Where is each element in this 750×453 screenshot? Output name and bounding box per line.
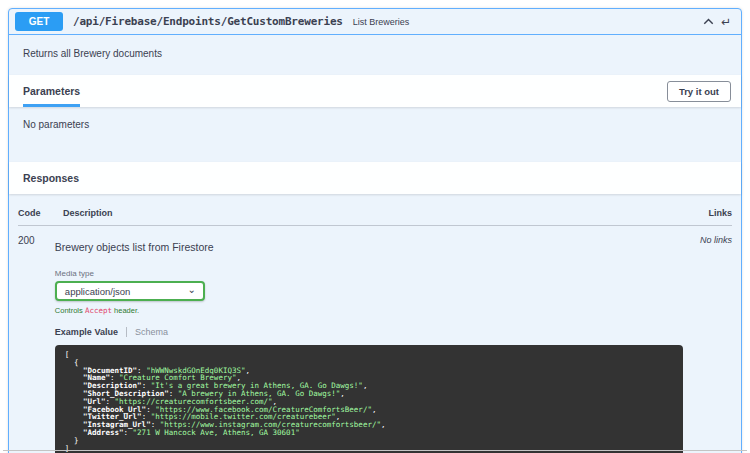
chevron-up-icon[interactable] (702, 15, 715, 28)
controls-accept-note: Controls Accept header. (55, 306, 683, 315)
header-icons: ↵ (702, 15, 731, 28)
responses-table-header: Code Description Links (18, 202, 732, 226)
accept-header-code: Accept (85, 306, 112, 315)
tab-schema[interactable]: Schema (127, 327, 176, 337)
example-json[interactable]: [ { "DocumentID": "hWWNwskdGOnEdq0KIQ3S"… (55, 345, 683, 453)
column-header-links: Links (672, 208, 732, 218)
column-header-code: Code (18, 208, 63, 218)
tab-parameters[interactable]: Parameters (23, 75, 80, 107)
section-divider (3, 450, 747, 451)
response-links: No links (683, 233, 732, 453)
spacer (9, 152, 741, 162)
chevron-down-icon: ⌄ (187, 284, 195, 295)
endpoint-summary: List Breweries (353, 17, 410, 27)
table-row: 200 Brewery objects list from Firestore … (18, 226, 732, 453)
responses-title: Responses (23, 162, 79, 194)
try-it-out-button[interactable]: Try it out (667, 81, 731, 102)
operation-description: Returns all Brewery documents (9, 35, 741, 75)
operation-block: GET /api/Firebase/Endpoints/GetCustomBre… (8, 8, 742, 453)
response-description: Brewery objects list from Firestore (55, 233, 683, 269)
response-code: 200 (18, 233, 55, 453)
response-description-cell: Brewery objects list from Firestore Medi… (55, 233, 683, 453)
media-type-selected-value: application/json (65, 286, 131, 297)
endpoint-path[interactable]: /api/Firebase/Endpoints/GetCustomBreweri… (73, 15, 343, 28)
responses-table: Code Description Links 200 Brewery objec… (9, 194, 741, 453)
column-header-description: Description (63, 208, 672, 218)
parameters-section-header: Parameters Try it out (9, 75, 741, 107)
operation-summary-header[interactable]: GET /api/Firebase/Endpoints/GetCustomBre… (9, 9, 741, 35)
http-method-badge: GET (15, 12, 63, 31)
no-parameters-message: No parameters (9, 107, 741, 152)
tab-example-value[interactable]: Example Value (55, 327, 126, 337)
responses-section-header: Responses (9, 162, 741, 194)
media-type-label: Media type (55, 269, 683, 278)
return-arrow-icon[interactable]: ↵ (721, 16, 731, 28)
example-schema-tabs: Example Value Schema (55, 327, 683, 337)
media-type-select[interactable]: application/json ⌄ (55, 281, 205, 301)
